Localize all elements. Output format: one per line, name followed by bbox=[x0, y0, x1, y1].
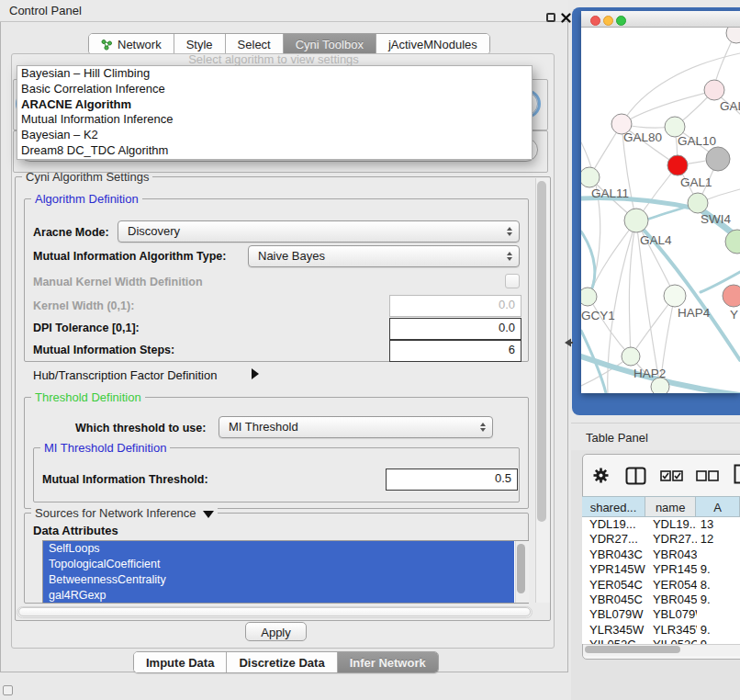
mi-threshold-title: MI Threshold Definition bbox=[40, 441, 170, 455]
tab-cyni-toolbox-label: Cyni Toolbox bbox=[296, 38, 364, 51]
gear-icon[interactable] bbox=[593, 468, 609, 483]
zoom-traffic-light[interactable] bbox=[616, 16, 626, 26]
tab-style[interactable]: Style bbox=[174, 34, 226, 54]
network-node[interactable] bbox=[706, 147, 730, 171]
which-threshold-label: Which threshold to use: bbox=[75, 422, 206, 435]
algorithm-option-basic-correlation-inference[interactable]: Basic Correlation Inference bbox=[17, 82, 532, 97]
threshold-definition-title: Threshold Definition bbox=[31, 390, 145, 404]
tab-discretize-data[interactable]: Discretize Data bbox=[227, 652, 337, 672]
control-panel-titlebar: Control Panel bbox=[0, 0, 568, 22]
tab-impute-data[interactable]: Impute Data bbox=[134, 652, 227, 672]
which-threshold-combobox[interactable]: MI Threshold bbox=[219, 416, 493, 438]
tab-network[interactable]: Network bbox=[89, 34, 174, 54]
node-label-swi4: SWI4 bbox=[701, 212, 731, 226]
hub-section-label[interactable]: Hub/Transcription Factor Definition bbox=[33, 368, 217, 382]
network-node-y[interactable] bbox=[723, 285, 740, 307]
tab-select[interactable]: Select bbox=[226, 34, 284, 54]
table-cell: YDL19... bbox=[645, 517, 697, 532]
tab-infer-network-label: Infer Network bbox=[350, 656, 426, 670]
table-row[interactable]: YBL079WYBL079W bbox=[582, 607, 740, 622]
network-node[interactable] bbox=[726, 28, 740, 43]
network-edge[interactable] bbox=[622, 91, 713, 124]
network-canvas[interactable]: GALGAL80GAL10GAL1GAL11SWI4GAL4GCY1HAP4YH… bbox=[581, 28, 740, 393]
table-row[interactable]: YPR145WYPR145W9. bbox=[582, 562, 740, 577]
which-threshold-value: MI Threshold bbox=[229, 420, 298, 434]
settings-vscrollbar-thumb[interactable] bbox=[537, 181, 546, 522]
apply-button[interactable]: Apply bbox=[245, 622, 307, 641]
table-row[interactable]: YDL19...YDL19...13 bbox=[582, 517, 740, 532]
algorithm-option-bayesian-hill-climbing[interactable]: Bayesian – Hill Climbing bbox=[17, 66, 532, 82]
column-header-name[interactable]: name bbox=[645, 496, 696, 517]
data-attributes-list[interactable]: SelfLoopsTopologicalCoefficientBetweenne… bbox=[42, 540, 529, 604]
tab-jactivemnodules-label: jActiveMNodules bbox=[388, 38, 477, 51]
kernel-width-field[interactable]: 0.0 bbox=[389, 295, 521, 317]
table-cell: YBR045C bbox=[645, 593, 697, 607]
network-node-swi4[interactable] bbox=[688, 193, 708, 213]
aracne-mode-value: Discovery bbox=[128, 224, 180, 238]
table-row[interactable]: YBR043CYBR043C bbox=[582, 548, 740, 562]
split-columns-icon[interactable] bbox=[625, 467, 646, 485]
table-cell: YBR043C bbox=[582, 548, 645, 562]
collapse-arrow-icon[interactable] bbox=[203, 511, 214, 518]
table-row[interactable]: YBR045CYBR045C9. bbox=[582, 593, 740, 607]
tab-cyni-toolbox[interactable]: Cyni Toolbox bbox=[284, 34, 376, 54]
table-cell: YIL052C bbox=[645, 638, 697, 644]
table-panel-title: Table Panel bbox=[586, 431, 648, 445]
aracne-mode-combobox[interactable]: Discovery bbox=[118, 220, 520, 243]
close-traffic-light[interactable] bbox=[590, 16, 600, 26]
algorithm-select-placeholder[interactable]: Select algorithm to view settings bbox=[17, 52, 531, 66]
mi-threshold-field[interactable]: 0.5 bbox=[386, 469, 518, 491]
settings-hscrollbar-thumb[interactable] bbox=[18, 607, 531, 616]
manual-kernel-checkbox[interactable] bbox=[505, 274, 520, 288]
network-node-gal11[interactable] bbox=[581, 167, 600, 187]
attr-list-vscrollbar-thumb[interactable] bbox=[517, 544, 525, 593]
node-label-gal1: GAL1 bbox=[680, 175, 712, 189]
network-node-gal4[interactable] bbox=[624, 209, 648, 232]
application-root: Control Panel NetworkStyleSelectCyni Too… bbox=[0, 0, 740, 700]
expand-arrow-icon[interactable] bbox=[252, 368, 259, 379]
new-table-icon[interactable] bbox=[734, 464, 740, 484]
attribute-item-topologicalcoefficient[interactable]: TopologicalCoefficient bbox=[43, 557, 514, 572]
network-edge[interactable] bbox=[581, 142, 600, 297]
close-icon[interactable] bbox=[560, 12, 572, 24]
dpi-tolerance-field[interactable]: 0.0 bbox=[389, 318, 521, 340]
table-cell: 8. bbox=[697, 578, 740, 593]
table-cell: YLR345W bbox=[582, 623, 645, 638]
corner-grip-icon[interactable] bbox=[3, 685, 13, 695]
network-icon bbox=[101, 39, 113, 51]
algorithm-option-mutual-information-inference[interactable]: Mutual Information Inference bbox=[17, 112, 532, 128]
select-all-checkboxes-icon[interactable] bbox=[660, 470, 683, 481]
table-panel-titlebar: Table Panel bbox=[571, 423, 740, 452]
table-row[interactable]: YIL052CYIL052C9. bbox=[582, 638, 740, 644]
column-header-a[interactable]: A bbox=[696, 496, 740, 517]
table-row[interactable]: YDR27...YDR27...12 bbox=[582, 532, 740, 547]
network-view-titlebar[interactable] bbox=[581, 11, 740, 28]
network-edge[interactable] bbox=[581, 231, 595, 297]
minimize-traffic-light[interactable] bbox=[603, 16, 613, 26]
network-node-gcy1[interactable] bbox=[581, 288, 597, 306]
control-panel-title: Control Panel bbox=[9, 4, 82, 17]
network-node-hap4[interactable] bbox=[664, 285, 686, 307]
network-node-gal1[interactable] bbox=[667, 155, 688, 175]
algorithm-option-dream8-dc-tdc-algorithm[interactable]: Dream8 DC_TDC Algorithm bbox=[17, 143, 532, 159]
attribute-item-betweennesscentrality[interactable]: BetweennessCentrality bbox=[43, 572, 514, 588]
table-row[interactable]: YER054CYER054C8. bbox=[582, 578, 740, 593]
attribute-item-selfloops[interactable]: SelfLoops bbox=[43, 541, 514, 557]
mi-algorithm-type-combobox[interactable]: Naive Bayes bbox=[248, 245, 520, 267]
tab-infer-network[interactable]: Infer Network bbox=[338, 652, 438, 672]
network-node-gal[interactable] bbox=[704, 80, 724, 100]
network-node-hap2[interactable] bbox=[622, 347, 640, 366]
algorithm-option-bayesian-k2[interactable]: Bayesian – K2 bbox=[17, 128, 532, 143]
table-cell: YDL19... bbox=[582, 517, 645, 532]
float-button[interactable] bbox=[546, 13, 555, 22]
algorithm-option-aracne-algorithm[interactable]: ARACNE Algorithm bbox=[17, 97, 532, 113]
unselect-all-checkboxes-icon[interactable] bbox=[696, 470, 719, 481]
mi-steps-field[interactable]: 6 bbox=[389, 340, 521, 362]
table-cell: YPR145W bbox=[645, 562, 697, 577]
table-row[interactable]: YLR345WYLR345W9. bbox=[582, 623, 740, 638]
table-hscrollbar-thumb[interactable] bbox=[585, 646, 680, 653]
tab-jactivemnodules[interactable]: jActiveMNodules bbox=[376, 34, 489, 54]
attribute-item-gal4rgexp[interactable]: gal4RGexp bbox=[43, 588, 514, 604]
table-cell: YER054C bbox=[645, 578, 697, 593]
column-header-shared[interactable]: shared... bbox=[582, 496, 645, 517]
